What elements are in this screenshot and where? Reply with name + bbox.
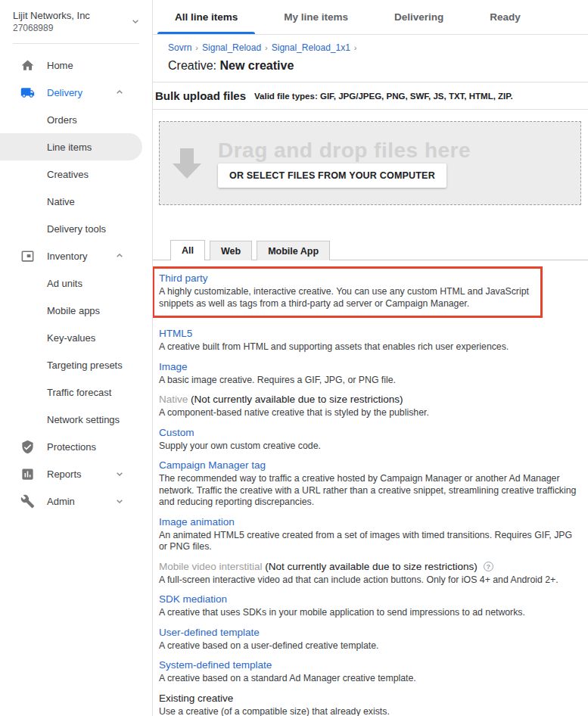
breadcrumb-separator: › [265, 43, 268, 52]
bulk-upload-header: Bulk upload files Valid file types: GIF,… [153, 82, 588, 110]
sidebar-nav: HomeDeliveryOrdersLine itemsCreativesNat… [0, 51, 152, 515]
sidebar-item-line-items[interactable]: Line items [0, 133, 142, 160]
sidebar-item-delivery[interactable]: Delivery [0, 79, 142, 106]
creative-type-link-image-animation[interactable]: Image animation [159, 516, 235, 528]
creative-type-description: A creative based on a user-defined creat… [159, 640, 583, 652]
creative-type-description: An animated HTML5 creative created from … [159, 530, 583, 553]
creative-type-sdk-mediation: SDK mediationA creative that uses SDKs i… [159, 593, 583, 619]
shield-icon [20, 439, 35, 454]
page-title: Creative: New creative [168, 59, 588, 73]
sidebar-item-label: Mobile apps [47, 305, 142, 316]
tab-delivering[interactable]: Delivering [377, 0, 461, 34]
help-icon[interactable]: ? [484, 562, 493, 571]
creative-type-description: A full-screen interactive video ad that … [159, 574, 583, 587]
creative-tab-all[interactable]: All [170, 240, 205, 260]
truck-icon [20, 85, 35, 100]
main-content: All line itemsMy line itemsDeliveringRea… [153, 0, 588, 716]
sidebar-item-label: Line items [47, 142, 142, 153]
creative-type-existing-creative: Existing creativeUse a creative (of a co… [159, 692, 583, 716]
creative-type-user-defined-template: User-defined templateA creative based on… [159, 626, 583, 652]
sidebar-item-inventory[interactable]: Inventory [0, 242, 142, 269]
tab-ready[interactable]: Ready [472, 0, 538, 34]
sidebar-item-reports[interactable]: Reports [0, 460, 142, 487]
sidebar-item-mobile-apps[interactable]: Mobile apps [0, 297, 142, 324]
sidebar-item-label: Key-values [47, 332, 142, 344]
sidebar-item-key-values[interactable]: Key-values [0, 324, 142, 351]
sidebar-item-label: Delivery [47, 87, 114, 98]
creative-type-link-html5[interactable]: HTML5 [159, 328, 192, 339]
creative-type-description: A basic image creative. Requires a GIF, … [159, 375, 583, 387]
chevron-up-icon [114, 250, 126, 262]
sidebar-item-admin[interactable]: Admin [0, 487, 142, 515]
creative-type-mobile-video-interstitial: Mobile video interstitial (Not currently… [159, 560, 583, 587]
sidebar-item-label: Traffic forecast [47, 387, 142, 398]
creative-type-link-third-party[interactable]: Third party [159, 272, 208, 284]
creative-type-link-image[interactable]: Image [159, 361, 188, 372]
download-arrow-icon [173, 148, 201, 179]
line-item-tabs: All line itemsMy line itemsDeliveringRea… [153, 0, 588, 35]
sidebar-item-label: Protections [47, 441, 142, 453]
unavailable-note: (Not currently available due to size res… [265, 561, 478, 572]
select-files-button[interactable]: OR SELECT FILES FROM YOUR COMPUTER [218, 163, 446, 188]
creative-tab-mobile-app[interactable]: Mobile App [257, 241, 330, 260]
creative-type-image-animation: Image animationAn animated HTML5 creativ… [159, 515, 583, 553]
creative-type-description: A creative based on a standard Ad Manage… [159, 673, 583, 685]
creative-tab-web[interactable]: Web [210, 241, 252, 260]
sidebar-item-home[interactable]: Home [0, 51, 142, 79]
breadcrumb: Sovrn›Signal_Reload›Signal_Reload_1x1› [168, 42, 588, 54]
dropzone-label: Drag and drop files here [218, 139, 471, 163]
sidebar-item-label: Creatives [47, 169, 142, 180]
inventory-icon [20, 248, 35, 263]
creative-type-link-native: Native [159, 394, 188, 405]
unavailable-note: (Not currently available due to size res… [191, 394, 403, 405]
chevron-down-icon [114, 495, 126, 507]
sidebar-item-label: Ad units [47, 278, 142, 289]
sidebar-item-ad-units[interactable]: Ad units [0, 269, 142, 297]
file-dropzone[interactable]: Drag and drop files here OR SELECT FILES… [159, 121, 581, 205]
sidebar: Lijit Networks, Inc 27068989 HomeDeliver… [0, 0, 153, 716]
creative-type-link-user-defined-template[interactable]: User-defined template [159, 627, 260, 638]
sidebar-item-orders[interactable]: Orders [0, 106, 142, 133]
sidebar-item-label: Targeting presets [47, 360, 142, 371]
sidebar-item-label: Network settings [47, 414, 142, 425]
creative-type-link-sdk-mediation[interactable]: SDK mediation [159, 593, 227, 605]
tab-my-line-items[interactable]: My line items [266, 0, 366, 34]
app-window: Lijit Networks, Inc 27068989 HomeDeliver… [0, 0, 588, 716]
sidebar-item-traffic-forecast[interactable]: Traffic forecast [0, 378, 142, 406]
creative-type-description: Supply your own custom creative code. [159, 440, 583, 453]
sidebar-divider [13, 43, 139, 44]
sidebar-item-targeting-presets[interactable]: Targeting presets [0, 351, 142, 378]
account-name: Lijit Networks, Inc [13, 9, 129, 22]
page-title-prefix: Creative: [168, 59, 219, 72]
sidebar-item-creatives[interactable]: Creatives [0, 160, 142, 188]
creative-type-description: A creative that uses SDKs in your mobile… [159, 607, 583, 619]
creative-type-native: Native (Not currently available due to s… [159, 393, 583, 419]
sidebar-item-protections[interactable]: Protections [0, 433, 142, 460]
creative-type-link-mobile-video-interstitial: Mobile video interstitial [159, 561, 263, 572]
creative-type-image: ImageA basic image creative. Requires a … [159, 360, 583, 387]
bulk-upload-heading: Bulk upload files [155, 89, 246, 102]
breadcrumb-link-sovrn[interactable]: Sovrn [168, 42, 191, 53]
page-title-name: New creative [219, 59, 294, 72]
creative-type-description: A component-based native creative that i… [159, 407, 583, 419]
breadcrumb-separator: › [195, 43, 198, 52]
sidebar-item-native[interactable]: Native [0, 188, 142, 215]
sidebar-item-delivery-tools[interactable]: Delivery tools [0, 215, 142, 242]
sidebar-item-label: Reports [47, 469, 114, 480]
sidebar-item-network-settings[interactable]: Network settings [0, 406, 142, 433]
creative-type-campaign-manager-tag: Campaign Manager tagThe recommended way … [159, 459, 583, 509]
creative-type-link-system-defined-template[interactable]: System-defined template [159, 659, 272, 671]
breadcrumb-link-signal-reload[interactable]: Signal_Reload [202, 42, 261, 53]
breadcrumb-link-signal-reload-1x1[interactable]: Signal_Reload_1x1 [272, 42, 350, 53]
wrench-icon [20, 493, 35, 509]
creative-type-link-campaign-manager-tag[interactable]: Campaign Manager tag [159, 459, 266, 471]
sidebar-item-label: Delivery tools [47, 223, 142, 235]
creative-type-system-defined-template: System-defined templateA creative based … [159, 658, 583, 685]
creative-type-description: A creative built from HTML and supportin… [159, 341, 583, 353]
sidebar-item-label: Orders [47, 114, 142, 126]
tab-all-line-items[interactable]: All line items [157, 0, 255, 34]
creative-type-link-custom[interactable]: Custom [159, 427, 194, 438]
creative-type-html5: HTML5A creative built from HTML and supp… [159, 327, 583, 353]
creative-type-list: Third partyA highly customizable, intera… [153, 260, 588, 716]
account-selector[interactable]: Lijit Networks, Inc 27068989 [0, 6, 152, 42]
